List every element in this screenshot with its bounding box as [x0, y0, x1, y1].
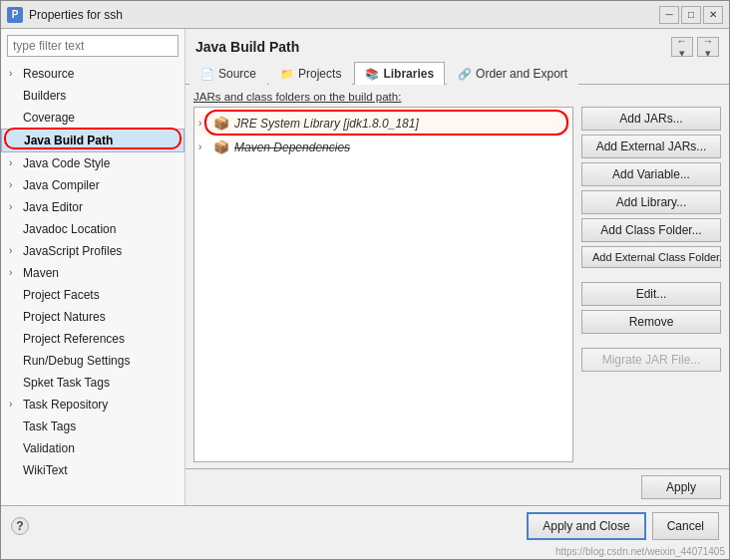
- sidebar-item-resource[interactable]: › Resource: [1, 63, 184, 85]
- sidebar-item-run-debug[interactable]: Run/Debug Settings: [1, 350, 184, 372]
- arrow-icon: ›: [9, 242, 19, 260]
- jre-arrow: ›: [198, 114, 212, 134]
- dialog-buttons: Apply and Close Cancel: [527, 512, 719, 540]
- sidebar-item-label: Run/Debug Settings: [23, 352, 130, 370]
- arrow-icon: ›: [9, 65, 19, 83]
- properties-window: P Properties for ssh ─ □ ✕ › Resource Bu…: [0, 0, 730, 560]
- btn-spacer2: [581, 338, 721, 344]
- tab-source[interactable]: 📄 Source: [189, 62, 267, 85]
- right-panel: Java Build Path ← ▾ → ▾ 📄 Source 📁 Proje…: [185, 29, 729, 505]
- order-export-icon: 🔗: [458, 68, 472, 81]
- cancel-button[interactable]: Cancel: [652, 512, 719, 540]
- edit-button[interactable]: Edit...: [581, 282, 721, 306]
- maven-label: Maven Dependencies: [234, 138, 350, 157]
- window-controls: ─ □ ✕: [659, 6, 723, 24]
- jre-icon: 📦: [212, 116, 230, 132]
- sidebar-item-label: WikiText: [23, 461, 68, 479]
- sidebar-item-maven[interactable]: › Maven: [1, 262, 184, 284]
- sidebar-item-task-tags[interactable]: Task Tags: [1, 416, 184, 437]
- sidebar-item-java-editor[interactable]: › Java Editor: [1, 196, 184, 218]
- help-button[interactable]: ?: [11, 517, 29, 535]
- sidebar-item-label: Java Build Path: [24, 132, 113, 149]
- sidebar-item-label: JavaScript Profiles: [23, 242, 122, 260]
- tab-libraries[interactable]: 📚 Libraries: [354, 62, 445, 85]
- sidebar-item-java-build-path[interactable]: Java Build Path: [1, 129, 184, 152]
- build-path-body: › 📦 JRE System Library [jdk1.8.0_181] › …: [193, 107, 721, 462]
- icon-letter: P: [12, 9, 19, 20]
- filter-input[interactable]: [7, 35, 179, 57]
- watermark: https://blog.csdn.net/weixin_44071405: [1, 546, 729, 559]
- maven-arrow: ›: [198, 138, 212, 157]
- sidebar-item-wikitext[interactable]: WikiText: [1, 459, 184, 481]
- apply-close-button[interactable]: Apply and Close: [527, 512, 645, 540]
- close-button[interactable]: ✕: [703, 6, 723, 24]
- sidebar-item-validation[interactable]: Validation: [1, 437, 184, 459]
- sidebar-item-label: Java Compiler: [23, 176, 100, 194]
- build-path-tree: › 📦 JRE System Library [jdk1.8.0_181] › …: [193, 107, 573, 462]
- title-bar: P Properties for ssh ─ □ ✕: [1, 1, 729, 29]
- sidebar-item-label: Resource: [23, 65, 74, 83]
- arrow-icon: ›: [9, 154, 19, 172]
- apply-bar: Apply: [185, 468, 729, 505]
- minimize-button[interactable]: ─: [659, 6, 679, 24]
- sidebar-item-label: Java Code Style: [23, 154, 110, 172]
- tab-order-export[interactable]: 🔗 Order and Export: [447, 62, 578, 85]
- arrow-icon: ›: [9, 198, 19, 216]
- sidebar-item-label: Javadoc Location: [23, 220, 116, 238]
- maven-entry[interactable]: › 📦 Maven Dependencies: [194, 136, 572, 159]
- add-class-folder-button[interactable]: Add Class Folder...: [581, 218, 721, 242]
- build-path-description: JARs and class folders on the build path…: [193, 91, 721, 103]
- sidebar-item-label: Task Repository: [23, 396, 108, 414]
- jre-row-wrapper: › 📦 JRE System Library [jdk1.8.0_181]: [194, 112, 572, 136]
- sidebar-item-task-repository[interactable]: › Task Repository: [1, 394, 184, 416]
- sidebar-item-coverage[interactable]: Coverage: [1, 107, 184, 129]
- tab-projects-label: Projects: [298, 67, 341, 81]
- apply-button[interactable]: Apply: [641, 475, 721, 499]
- sidebar-item-label: Project References: [23, 330, 125, 348]
- add-external-jars-button[interactable]: Add External JARs...: [581, 135, 721, 158]
- panel-header: Java Build Path ← ▾ → ▾: [185, 29, 729, 61]
- btn-spacer: [581, 272, 721, 278]
- sidebar-item-label: Maven: [23, 264, 59, 282]
- sidebar-item-builders[interactable]: Builders: [1, 85, 184, 107]
- jre-entry[interactable]: › 📦 JRE System Library [jdk1.8.0_181]: [194, 112, 572, 136]
- arrow-icon: ›: [9, 396, 19, 414]
- sidebar-item-project-references[interactable]: Project References: [1, 328, 184, 350]
- add-library-button[interactable]: Add Library...: [581, 190, 721, 214]
- sidebar-item-javadoc-location[interactable]: Javadoc Location: [1, 218, 184, 240]
- sidebar-item-java-compiler[interactable]: › Java Compiler: [1, 174, 184, 196]
- sidebar-item-label: Project Natures: [23, 308, 106, 326]
- maximize-button[interactable]: □: [681, 6, 701, 24]
- panel-title: Java Build Path: [195, 39, 299, 55]
- source-icon: 📄: [200, 68, 214, 81]
- sidebar-item-label: Spket Task Tags: [23, 374, 110, 392]
- sidebar-tree: › Resource Builders Coverage Java Build …: [1, 63, 184, 505]
- window-icon: P: [7, 7, 23, 23]
- tab-projects[interactable]: 📁 Projects: [269, 62, 352, 85]
- add-external-class-folder-button[interactable]: Add External Class Folder...: [581, 246, 721, 268]
- sidebar-item-spket-task-tags[interactable]: Spket Task Tags: [1, 372, 184, 394]
- remove-button[interactable]: Remove: [581, 310, 721, 334]
- migrate-jar-button[interactable]: Migrate JAR File...: [581, 348, 721, 372]
- add-jars-button[interactable]: Add JARs...: [581, 107, 721, 131]
- arrow-icon: ›: [9, 264, 19, 282]
- sidebar-item-project-natures[interactable]: Project Natures: [1, 306, 184, 328]
- sidebar-item-project-facets[interactable]: Project Facets: [1, 284, 184, 306]
- tab-order-export-label: Order and Export: [476, 67, 567, 81]
- maven-icon: 📦: [212, 140, 230, 155]
- sidebar-item-java-code-style[interactable]: › Java Code Style: [1, 152, 184, 174]
- panel-content: JARs and class folders on the build path…: [185, 85, 729, 468]
- action-bar: ? Apply and Close Cancel: [1, 505, 729, 546]
- forward-button[interactable]: → ▾: [697, 37, 719, 57]
- sidebar-item-label: Project Facets: [23, 286, 100, 304]
- sidebar-item-javascript-profiles[interactable]: › JavaScript Profiles: [1, 240, 184, 262]
- add-variable-button[interactable]: Add Variable...: [581, 162, 721, 186]
- tab-libraries-label: Libraries: [383, 67, 434, 81]
- projects-icon: 📁: [280, 68, 294, 81]
- arrow-icon: ›: [9, 176, 19, 194]
- back-button[interactable]: ← ▾: [671, 37, 693, 57]
- tab-source-label: Source: [218, 67, 256, 81]
- sidebar-item-label: Builders: [23, 87, 66, 105]
- jre-label: JRE System Library [jdk1.8.0_181]: [234, 114, 419, 134]
- action-buttons-col: Add JARs... Add External JARs... Add Var…: [581, 107, 721, 462]
